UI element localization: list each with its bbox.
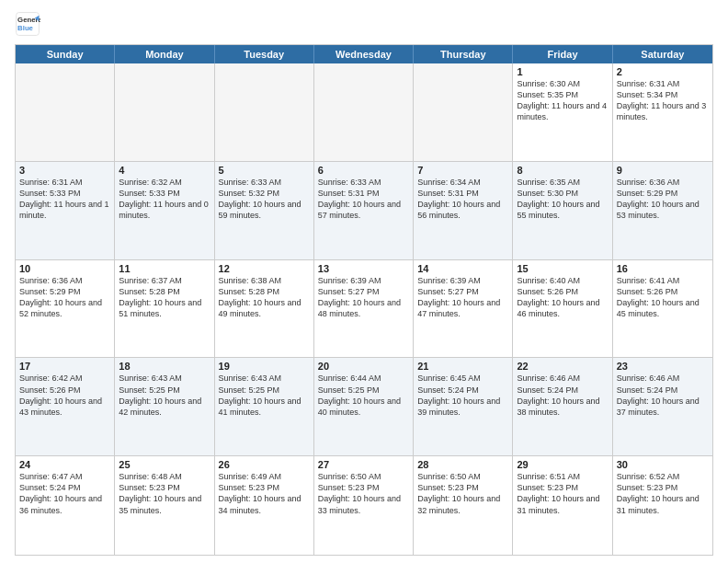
cell-info: Sunrise: 6:41 AMSunset: 5:26 PMDaylight:…: [617, 275, 709, 320]
cell-info: Sunrise: 6:43 AMSunset: 5:25 PMDaylight:…: [119, 373, 210, 418]
cell-info: Sunrise: 6:36 AMSunset: 5:29 PMDaylight:…: [19, 275, 110, 320]
calendar-week-3: 10Sunrise: 6:36 AMSunset: 5:29 PMDayligh…: [16, 260, 712, 359]
day-number: 10: [19, 263, 110, 274]
cell-info: Sunrise: 6:30 AMSunset: 5:35 PMDaylight:…: [517, 78, 608, 123]
day-cell-24: 24Sunrise: 6:47 AMSunset: 5:24 PMDayligh…: [16, 456, 115, 555]
day-cell-5: 5Sunrise: 6:33 AMSunset: 5:32 PMDaylight…: [215, 162, 314, 259]
day-number: 8: [517, 165, 608, 176]
day-number: 23: [617, 361, 709, 372]
cell-info: Sunrise: 6:36 AMSunset: 5:29 PMDaylight:…: [617, 177, 709, 222]
day-cell-6: 6Sunrise: 6:33 AMSunset: 5:31 PMDaylight…: [314, 162, 414, 259]
day-number: 29: [517, 459, 608, 470]
day-cell-9: 9Sunrise: 6:36 AMSunset: 5:29 PMDaylight…: [613, 162, 712, 259]
day-number: 26: [219, 459, 310, 470]
day-header-tuesday: Tuesday: [215, 45, 314, 63]
cell-info: Sunrise: 6:33 AMSunset: 5:32 PMDaylight:…: [219, 177, 310, 222]
day-cell-30: 30Sunrise: 6:52 AMSunset: 5:23 PMDayligh…: [613, 456, 712, 555]
day-number: 2: [617, 66, 709, 77]
day-cell-23: 23Sunrise: 6:46 AMSunset: 5:24 PMDayligh…: [613, 358, 712, 455]
day-number: 20: [318, 361, 409, 372]
cell-info: Sunrise: 6:40 AMSunset: 5:26 PMDaylight:…: [517, 275, 608, 320]
cell-info: Sunrise: 6:50 AMSunset: 5:23 PMDaylight:…: [417, 471, 508, 516]
cell-info: Sunrise: 6:46 AMSunset: 5:24 PMDaylight:…: [617, 373, 709, 418]
day-cell-4: 4Sunrise: 6:32 AMSunset: 5:33 PMDaylight…: [115, 162, 214, 259]
day-header-wednesday: Wednesday: [314, 45, 414, 63]
empty-cell: [215, 63, 314, 161]
day-number: 3: [19, 165, 110, 176]
cell-info: Sunrise: 6:39 AMSunset: 5:27 PMDaylight:…: [318, 275, 409, 320]
day-number: 16: [617, 263, 709, 274]
cell-info: Sunrise: 6:34 AMSunset: 5:31 PMDaylight:…: [417, 177, 508, 222]
calendar-body: 1Sunrise: 6:30 AMSunset: 5:35 PMDaylight…: [16, 63, 712, 555]
cell-info: Sunrise: 6:48 AMSunset: 5:23 PMDaylight:…: [119, 471, 210, 516]
day-number: 4: [119, 165, 210, 176]
day-cell-22: 22Sunrise: 6:46 AMSunset: 5:24 PMDayligh…: [513, 358, 612, 455]
day-number: 7: [417, 165, 508, 176]
cell-info: Sunrise: 6:43 AMSunset: 5:25 PMDaylight:…: [219, 373, 310, 418]
cell-info: Sunrise: 6:42 AMSunset: 5:26 PMDaylight:…: [19, 373, 110, 418]
cell-info: Sunrise: 6:50 AMSunset: 5:23 PMDaylight:…: [318, 471, 409, 516]
calendar-week-2: 3Sunrise: 6:31 AMSunset: 5:33 PMDaylight…: [16, 162, 712, 260]
cell-info: Sunrise: 6:35 AMSunset: 5:30 PMDaylight:…: [517, 177, 608, 222]
day-cell-7: 7Sunrise: 6:34 AMSunset: 5:31 PMDaylight…: [414, 162, 513, 259]
empty-cell: [414, 63, 513, 161]
day-number: 1: [517, 66, 608, 77]
svg-text:Blue: Blue: [17, 24, 34, 32]
day-cell-11: 11Sunrise: 6:37 AMSunset: 5:28 PMDayligh…: [115, 260, 214, 358]
day-cell-29: 29Sunrise: 6:51 AMSunset: 5:23 PMDayligh…: [513, 456, 612, 555]
day-number: 13: [318, 263, 409, 274]
cell-info: Sunrise: 6:45 AMSunset: 5:24 PMDaylight:…: [417, 373, 508, 418]
day-header-saturday: Saturday: [613, 45, 712, 63]
cell-info: Sunrise: 6:52 AMSunset: 5:23 PMDaylight:…: [617, 471, 709, 516]
calendar-week-5: 24Sunrise: 6:47 AMSunset: 5:24 PMDayligh…: [16, 456, 712, 555]
day-number: 25: [119, 459, 210, 470]
calendar-header: SundayMondayTuesdayWednesdayThursdayFrid…: [16, 45, 712, 63]
day-cell-2: 2Sunrise: 6:31 AMSunset: 5:34 PMDaylight…: [613, 63, 712, 161]
day-cell-10: 10Sunrise: 6:36 AMSunset: 5:29 PMDayligh…: [16, 260, 115, 358]
cell-info: Sunrise: 6:37 AMSunset: 5:28 PMDaylight:…: [119, 275, 210, 320]
empty-cell: [16, 63, 115, 161]
day-number: 9: [617, 165, 709, 176]
day-cell-12: 12Sunrise: 6:38 AMSunset: 5:28 PMDayligh…: [215, 260, 314, 358]
day-cell-14: 14Sunrise: 6:39 AMSunset: 5:27 PMDayligh…: [414, 260, 513, 358]
day-header-friday: Friday: [513, 45, 612, 63]
day-number: 12: [219, 263, 310, 274]
day-cell-3: 3Sunrise: 6:31 AMSunset: 5:33 PMDaylight…: [16, 162, 115, 259]
day-cell-21: 21Sunrise: 6:45 AMSunset: 5:24 PMDayligh…: [414, 358, 513, 455]
day-number: 22: [517, 361, 608, 372]
calendar: SundayMondayTuesdayWednesdayThursdayFrid…: [15, 44, 713, 556]
day-number: 17: [19, 361, 110, 372]
day-cell-27: 27Sunrise: 6:50 AMSunset: 5:23 PMDayligh…: [314, 456, 414, 555]
cell-info: Sunrise: 6:51 AMSunset: 5:23 PMDaylight:…: [517, 471, 608, 516]
day-number: 5: [219, 165, 310, 176]
calendar-week-4: 17Sunrise: 6:42 AMSunset: 5:26 PMDayligh…: [16, 358, 712, 456]
cell-info: Sunrise: 6:44 AMSunset: 5:25 PMDaylight:…: [318, 373, 409, 418]
day-cell-25: 25Sunrise: 6:48 AMSunset: 5:23 PMDayligh…: [115, 456, 214, 555]
day-number: 28: [417, 459, 508, 470]
day-cell-28: 28Sunrise: 6:50 AMSunset: 5:23 PMDayligh…: [414, 456, 513, 555]
day-number: 6: [318, 165, 409, 176]
day-number: 21: [417, 361, 508, 372]
day-number: 27: [318, 459, 409, 470]
day-cell-13: 13Sunrise: 6:39 AMSunset: 5:27 PMDayligh…: [314, 260, 414, 358]
day-header-thursday: Thursday: [414, 45, 513, 63]
cell-info: Sunrise: 6:31 AMSunset: 5:34 PMDaylight:…: [617, 78, 709, 123]
empty-cell: [314, 63, 414, 161]
day-cell-20: 20Sunrise: 6:44 AMSunset: 5:25 PMDayligh…: [314, 358, 414, 455]
cell-info: Sunrise: 6:31 AMSunset: 5:33 PMDaylight:…: [19, 177, 110, 222]
day-cell-19: 19Sunrise: 6:43 AMSunset: 5:25 PMDayligh…: [215, 358, 314, 455]
day-cell-16: 16Sunrise: 6:41 AMSunset: 5:26 PMDayligh…: [613, 260, 712, 358]
day-number: 30: [617, 459, 709, 470]
day-number: 18: [119, 361, 210, 372]
logo: General Blue: [15, 11, 40, 37]
cell-info: Sunrise: 6:38 AMSunset: 5:28 PMDaylight:…: [219, 275, 310, 320]
day-number: 11: [119, 263, 210, 274]
day-header-monday: Monday: [115, 45, 214, 63]
day-cell-1: 1Sunrise: 6:30 AMSunset: 5:35 PMDaylight…: [513, 63, 612, 161]
cell-info: Sunrise: 6:32 AMSunset: 5:33 PMDaylight:…: [119, 177, 210, 222]
cell-info: Sunrise: 6:33 AMSunset: 5:31 PMDaylight:…: [318, 177, 409, 222]
day-cell-8: 8Sunrise: 6:35 AMSunset: 5:30 PMDaylight…: [513, 162, 612, 259]
day-cell-17: 17Sunrise: 6:42 AMSunset: 5:26 PMDayligh…: [16, 358, 115, 455]
cell-info: Sunrise: 6:49 AMSunset: 5:23 PMDaylight:…: [219, 471, 310, 516]
empty-cell: [115, 63, 214, 161]
